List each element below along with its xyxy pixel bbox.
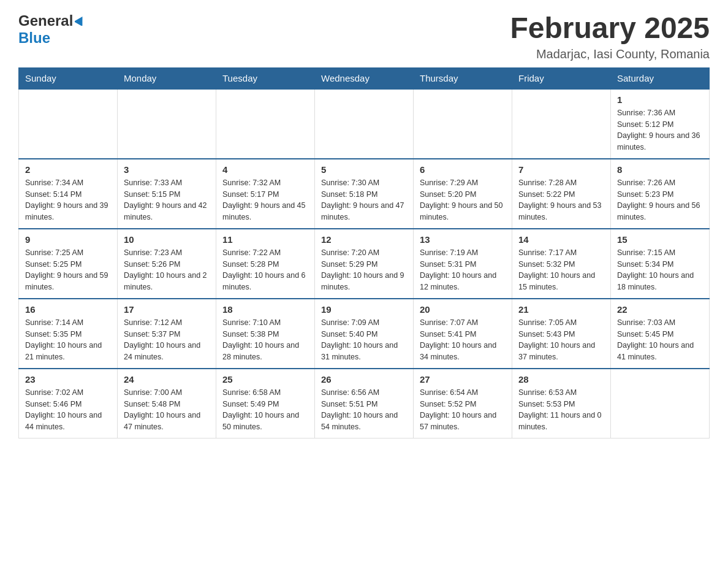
day-info: Sunrise: 7:15 AMSunset: 5:34 PMDaylight:… bbox=[617, 247, 703, 293]
sunset-text: Sunset: 5:38 PM bbox=[222, 329, 308, 340]
sunrise-text: Sunrise: 7:32 AM bbox=[222, 177, 308, 189]
day-number: 6 bbox=[420, 164, 506, 175]
month-title: February 2025 bbox=[510, 12, 710, 45]
calendar-table: Sunday Monday Tuesday Wednesday Thursday… bbox=[18, 67, 710, 439]
table-row: 16Sunrise: 7:14 AMSunset: 5:35 PMDayligh… bbox=[19, 299, 118, 369]
sunset-text: Sunset: 5:45 PM bbox=[617, 329, 703, 340]
table-row: 9Sunrise: 7:25 AMSunset: 5:25 PMDaylight… bbox=[19, 229, 118, 299]
sunset-text: Sunset: 5:32 PM bbox=[518, 259, 604, 270]
daylight-text: Daylight: 10 hours and 28 minutes. bbox=[222, 340, 308, 363]
day-number: 8 bbox=[617, 164, 703, 175]
sunset-text: Sunset: 5:49 PM bbox=[222, 399, 308, 410]
day-info: Sunrise: 6:53 AMSunset: 5:53 PMDaylight:… bbox=[518, 387, 604, 433]
daylight-text: Daylight: 10 hours and 2 minutes. bbox=[124, 270, 210, 293]
table-row: 5Sunrise: 7:30 AMSunset: 5:18 PMDaylight… bbox=[315, 159, 414, 229]
day-info: Sunrise: 7:23 AMSunset: 5:26 PMDaylight:… bbox=[124, 247, 210, 293]
daylight-text: Daylight: 10 hours and 18 minutes. bbox=[617, 270, 703, 293]
sunrise-text: Sunrise: 7:25 AM bbox=[25, 247, 111, 259]
table-row: 23Sunrise: 7:02 AMSunset: 5:46 PMDayligh… bbox=[19, 369, 118, 439]
table-row: 25Sunrise: 6:58 AMSunset: 5:49 PMDayligh… bbox=[216, 369, 315, 439]
day-number: 5 bbox=[321, 164, 407, 175]
calendar-header-row: Sunday Monday Tuesday Wednesday Thursday… bbox=[19, 67, 710, 89]
sunset-text: Sunset: 5:34 PM bbox=[617, 259, 703, 270]
sunrise-text: Sunrise: 7:30 AM bbox=[321, 177, 407, 189]
day-number: 1 bbox=[617, 94, 703, 105]
sunrise-text: Sunrise: 7:05 AM bbox=[518, 317, 604, 329]
daylight-text: Daylight: 10 hours and 6 minutes. bbox=[222, 270, 308, 293]
daylight-text: Daylight: 9 hours and 42 minutes. bbox=[124, 200, 210, 223]
sunrise-text: Sunrise: 7:33 AM bbox=[124, 177, 210, 189]
sunset-text: Sunset: 5:43 PM bbox=[518, 329, 604, 340]
sunrise-text: Sunrise: 7:07 AM bbox=[420, 317, 506, 329]
sunrise-text: Sunrise: 7:09 AM bbox=[321, 317, 407, 329]
sunrise-text: Sunrise: 7:19 AM bbox=[420, 247, 506, 259]
col-sunday: Sunday bbox=[19, 67, 118, 89]
day-info: Sunrise: 7:12 AMSunset: 5:37 PMDaylight:… bbox=[124, 317, 210, 363]
table-row: 14Sunrise: 7:17 AMSunset: 5:32 PMDayligh… bbox=[512, 229, 611, 299]
daylight-text: Daylight: 9 hours and 59 minutes. bbox=[25, 270, 111, 293]
calendar-week-row: 1Sunrise: 7:36 AMSunset: 5:12 PMDaylight… bbox=[19, 89, 710, 159]
daylight-text: Daylight: 10 hours and 15 minutes. bbox=[518, 270, 604, 293]
table-row: 8Sunrise: 7:26 AMSunset: 5:23 PMDaylight… bbox=[611, 159, 710, 229]
day-info: Sunrise: 7:30 AMSunset: 5:18 PMDaylight:… bbox=[321, 177, 407, 223]
sunrise-text: Sunrise: 7:34 AM bbox=[25, 177, 111, 189]
table-row: 12Sunrise: 7:20 AMSunset: 5:29 PMDayligh… bbox=[315, 229, 414, 299]
sunset-text: Sunset: 5:48 PM bbox=[124, 399, 210, 410]
table-row: 27Sunrise: 6:54 AMSunset: 5:52 PMDayligh… bbox=[414, 369, 512, 439]
day-info: Sunrise: 7:25 AMSunset: 5:25 PMDaylight:… bbox=[25, 247, 111, 293]
table-row: 4Sunrise: 7:32 AMSunset: 5:17 PMDaylight… bbox=[216, 159, 315, 229]
day-number: 14 bbox=[518, 234, 604, 245]
sunrise-text: Sunrise: 7:17 AM bbox=[518, 247, 604, 259]
sunset-text: Sunset: 5:37 PM bbox=[124, 329, 210, 340]
table-row bbox=[118, 89, 216, 159]
day-info: Sunrise: 6:58 AMSunset: 5:49 PMDaylight:… bbox=[222, 387, 308, 433]
table-row bbox=[315, 89, 414, 159]
sunrise-text: Sunrise: 7:00 AM bbox=[124, 387, 210, 399]
sunset-text: Sunset: 5:52 PM bbox=[420, 399, 506, 410]
day-info: Sunrise: 7:03 AMSunset: 5:45 PMDaylight:… bbox=[617, 317, 703, 363]
sunset-text: Sunset: 5:23 PM bbox=[617, 189, 703, 201]
daylight-text: Daylight: 10 hours and 57 minutes. bbox=[420, 410, 506, 433]
sunset-text: Sunset: 5:40 PM bbox=[321, 329, 407, 340]
sunrise-text: Sunrise: 7:36 AM bbox=[617, 107, 703, 119]
sunrise-text: Sunrise: 6:58 AM bbox=[222, 387, 308, 399]
sunrise-text: Sunrise: 7:10 AM bbox=[222, 317, 308, 329]
calendar-week-row: 9Sunrise: 7:25 AMSunset: 5:25 PMDaylight… bbox=[19, 229, 710, 299]
day-number: 28 bbox=[518, 374, 604, 385]
day-info: Sunrise: 7:33 AMSunset: 5:15 PMDaylight:… bbox=[124, 177, 210, 223]
sunset-text: Sunset: 5:46 PM bbox=[25, 399, 111, 410]
table-row: 20Sunrise: 7:07 AMSunset: 5:41 PMDayligh… bbox=[414, 299, 512, 369]
day-info: Sunrise: 7:14 AMSunset: 5:35 PMDaylight:… bbox=[25, 317, 111, 363]
logo: General Blue bbox=[18, 12, 86, 47]
day-info: Sunrise: 7:22 AMSunset: 5:28 PMDaylight:… bbox=[222, 247, 308, 293]
sunset-text: Sunset: 5:22 PM bbox=[518, 189, 604, 201]
daylight-text: Daylight: 11 hours and 0 minutes. bbox=[518, 410, 604, 433]
daylight-text: Daylight: 10 hours and 37 minutes. bbox=[518, 340, 604, 363]
sunrise-text: Sunrise: 7:20 AM bbox=[321, 247, 407, 259]
day-info: Sunrise: 7:07 AMSunset: 5:41 PMDaylight:… bbox=[420, 317, 506, 363]
table-row: 17Sunrise: 7:12 AMSunset: 5:37 PMDayligh… bbox=[118, 299, 216, 369]
logo-general-text: General bbox=[18, 12, 73, 29]
day-number: 18 bbox=[222, 304, 308, 315]
page-header: General Blue February 2025 Madarjac, Ias… bbox=[18, 12, 710, 61]
table-row: 26Sunrise: 6:56 AMSunset: 5:51 PMDayligh… bbox=[315, 369, 414, 439]
sunset-text: Sunset: 5:17 PM bbox=[222, 189, 308, 201]
day-info: Sunrise: 7:29 AMSunset: 5:20 PMDaylight:… bbox=[420, 177, 506, 223]
col-friday: Friday bbox=[512, 67, 611, 89]
day-info: Sunrise: 6:56 AMSunset: 5:51 PMDaylight:… bbox=[321, 387, 407, 433]
daylight-text: Daylight: 9 hours and 39 minutes. bbox=[25, 200, 111, 223]
day-number: 23 bbox=[25, 374, 111, 385]
daylight-text: Daylight: 10 hours and 34 minutes. bbox=[420, 340, 506, 363]
sunset-text: Sunset: 5:15 PM bbox=[124, 189, 210, 201]
daylight-text: Daylight: 9 hours and 56 minutes. bbox=[617, 200, 703, 223]
day-number: 17 bbox=[124, 304, 210, 315]
day-info: Sunrise: 7:34 AMSunset: 5:14 PMDaylight:… bbox=[25, 177, 111, 223]
day-number: 11 bbox=[222, 234, 308, 245]
table-row: 10Sunrise: 7:23 AMSunset: 5:26 PMDayligh… bbox=[118, 229, 216, 299]
daylight-text: Daylight: 10 hours and 12 minutes. bbox=[420, 270, 506, 293]
table-row: 3Sunrise: 7:33 AMSunset: 5:15 PMDaylight… bbox=[118, 159, 216, 229]
sunrise-text: Sunrise: 7:28 AM bbox=[518, 177, 604, 189]
daylight-text: Daylight: 10 hours and 47 minutes. bbox=[124, 410, 210, 433]
title-block: February 2025 Madarjac, Iasi County, Rom… bbox=[510, 12, 710, 61]
svg-marker-0 bbox=[75, 15, 86, 26]
